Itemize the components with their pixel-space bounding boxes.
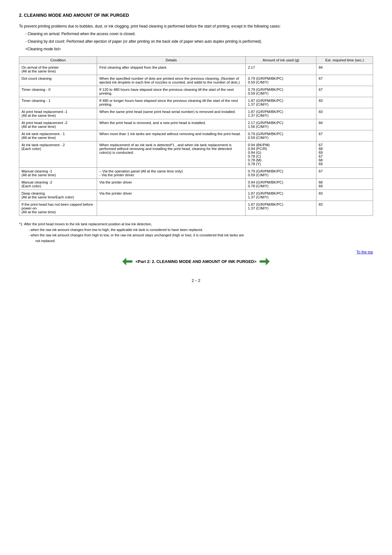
cell-condition: On arrival of the printer (All at the sa… <box>19 64 97 75</box>
header-ink: Amount of ink used (g) <box>246 57 316 64</box>
cell-details: First cleaning after shipped from the pl… <box>97 64 246 75</box>
table-row: On arrival of the printer (All at the sa… <box>19 64 373 75</box>
cell-ink: 2.17 (G/R/PM/BK/PC) 1.56 (C/M/Y) <box>246 119 316 130</box>
cell-time: 67 <box>316 168 373 179</box>
table-row: At print head replacement -2 (All at the… <box>19 119 373 130</box>
cell-details: If 480 or longer hours have elapsed sinc… <box>97 97 246 108</box>
header-condition: Condition <box>19 57 97 64</box>
footnote-line2: - when the raw ink amount changes from l… <box>28 227 373 233</box>
cell-condition: Manual cleaning -2 (Each color) <box>19 179 97 190</box>
table-row: Dot count cleaningWhen the specified num… <box>19 75 373 86</box>
cleaning-mode-list-label: <Cleaning mode list> <box>25 46 373 52</box>
cell-condition: Manual cleaning -1 (All at the same time… <box>19 168 97 179</box>
cell-ink: 0.79 (G/R/PM/BK/PC) 0.59 (C/M/Y) <box>246 75 316 86</box>
cell-condition: At print head replacement -2 (All at the… <box>19 119 97 130</box>
cell-condition: If the print head has not been capped be… <box>19 201 97 216</box>
cell-ink: 1.87 (G/R/PM/BK/PC) 1.37 (C/M/Y) <box>246 108 316 119</box>
cell-details: – Via the operation panel (All at the sa… <box>97 168 246 179</box>
header-time: Est. required time (sec.) <box>316 57 373 64</box>
cell-time: 68 69 <box>316 179 373 190</box>
table-row: Timer cleaning - 1If 480 or longer hours… <box>19 97 373 108</box>
table-row: Deep cleaning (All at the same time/Each… <box>19 190 373 201</box>
cell-time: 83 <box>316 201 373 216</box>
cell-time: 67 <box>316 86 373 97</box>
to-top-container: To the top <box>19 250 373 254</box>
cell-time: 84 <box>316 119 373 130</box>
cell-condition: Timer cleaning - 0 <box>19 86 97 97</box>
table-row: Manual cleaning -2 (Each color)Via the p… <box>19 179 373 190</box>
cell-ink: 0.79 (G/R/PM/BK/PC) 0.59 (C/M/Y) <box>246 168 316 179</box>
cell-time: 84 <box>316 64 373 75</box>
cell-details: When the print head is removed, and a ne… <box>97 119 246 130</box>
cell-ink: 1.87 (G/R/PM/BK/PC) 1.37 (C/M/Y) <box>246 97 316 108</box>
cell-details: When the specified number of dots are pr… <box>97 75 246 86</box>
cell-condition: Deep cleaning (All at the same time/Each… <box>19 190 97 201</box>
footnote-line1: *1: After the print head moves to the in… <box>19 221 373 227</box>
intro-bullet1: - Cleaning on arrival: Performed when th… <box>25 31 373 37</box>
cell-details: When more than 1 ink tanks are replaced … <box>97 130 246 141</box>
table-row: If the print head has not been capped be… <box>19 201 373 216</box>
footnote: *1: After the print head moves to the in… <box>19 221 373 244</box>
table-row: At print head replacement -1 (All at the… <box>19 108 373 119</box>
cell-condition: Dot count cleaning <box>19 75 97 86</box>
cell-time: 67 <box>316 75 373 86</box>
cell-condition: Timer cleaning - 1 <box>19 97 97 108</box>
cell-details: If 120 to 480 hours have elapsed since t… <box>97 86 246 97</box>
cell-condition: At ink tank replacement - 1 (All at the … <box>19 130 97 141</box>
cell-ink: 1.87 (G/R/PM/BK/PC) 1.37 (C/M/Y) <box>246 190 316 201</box>
nav-prev-arrow[interactable] <box>122 258 132 265</box>
cell-ink: 0.94 (BK/PM) 0.94 (PC/R) 0.94 (G) 0.78 (… <box>246 141 316 168</box>
cell-condition: At print head replacement -1 (All at the… <box>19 108 97 119</box>
page-number: 2－2 <box>19 278 373 284</box>
cell-ink: 1.87 (G/R/PM/BK/PC) 1.37 (C/M/Y) <box>246 201 316 216</box>
page-title: 2. CLEANING MODE AND AMOUNT OF INK PURGE… <box>19 13 373 18</box>
table-row: Timer cleaning - 0If 120 to 480 hours ha… <box>19 86 373 97</box>
nav-next-arrow[interactable] <box>260 258 270 265</box>
table-row: At ink tank replacement - 2 (Each color)… <box>19 141 373 168</box>
cell-details <box>97 201 246 216</box>
cleaning-modes-table: Condition Details Amount of ink used (g)… <box>19 56 373 216</box>
cell-details: Via the printer driver <box>97 179 246 190</box>
cell-time: 67 68 69 67 68 69 <box>316 141 373 168</box>
cell-details: Via the printer driver <box>97 190 246 201</box>
cell-time: 83 <box>316 108 373 119</box>
cell-time: 67 <box>316 130 373 141</box>
cell-details: When the same print head (same print hea… <box>97 108 246 119</box>
intro-bullet2: - Cleaning by dot count: Performed after… <box>25 39 373 44</box>
cell-ink: 0.94 (G/R/PM/BK/PC) 0.78 (C/M/Y) <box>246 179 316 190</box>
cell-ink: 2.17 <box>246 64 316 75</box>
cell-time: 83 <box>316 190 373 201</box>
header-details: Details <box>97 57 246 64</box>
intro-line1: To prevent printing problems due to bubb… <box>19 23 373 29</box>
nav-label: <Part 2: 2. CLEANING MODE AND AMOUNT OF … <box>136 259 257 264</box>
cell-details: When replacement of an ink tank is detec… <box>97 141 246 168</box>
table-row: Manual cleaning -1 (All at the same time… <box>19 168 373 179</box>
footnote-line3: - when the raw ink amount changes from h… <box>28 233 373 238</box>
cell-ink: 0.79 (G/R/PM/BK/PC) 0.59 (C/M/Y) <box>246 130 316 141</box>
cell-time: 83 <box>316 97 373 108</box>
to-top-link[interactable]: To the top <box>356 250 373 254</box>
table-row: At ink tank replacement - 1 (All at the … <box>19 130 373 141</box>
cell-condition: At ink tank replacement - 2 (Each color) <box>19 141 97 168</box>
nav-bar: <Part 2: 2. CLEANING MODE AND AMOUNT OF … <box>19 258 373 265</box>
cell-ink: 0.79 (G/R/PM/BK/PC) 0.59 (C/M/Y) <box>246 86 316 97</box>
footnote-line4: not replaced. <box>35 238 373 244</box>
